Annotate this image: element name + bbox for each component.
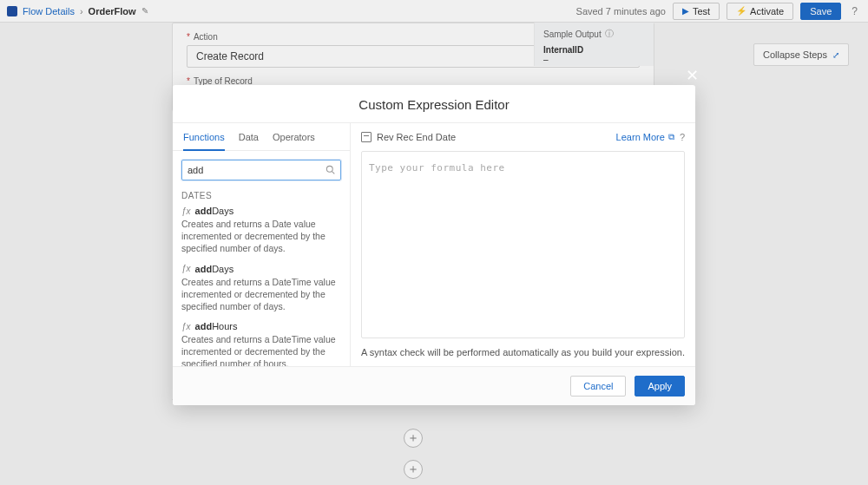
svg-line-1 [332, 171, 335, 174]
function-list: DATES ƒxaddDays Creates and returns a Da… [173, 189, 350, 366]
fx-icon: ƒx [181, 206, 191, 216]
function-item[interactable]: ƒxaddDays Creates and returns a DateTime… [181, 264, 341, 313]
modal-tabs: Functions Data Operators [173, 123, 350, 151]
formula-editor[interactable]: Type your formula here [361, 151, 685, 338]
modal-left-pane: Functions Data Operators DATES ƒxaddDays… [173, 123, 351, 366]
target-field: Rev Rec End Date [361, 132, 456, 142]
modal-title: Custom Expression Editor [173, 85, 695, 123]
external-link-icon: ⧉ [668, 132, 674, 142]
calendar-icon [361, 132, 372, 142]
function-desc: Creates and returns a DateTime value inc… [181, 276, 341, 313]
cancel-button[interactable]: Cancel [570, 376, 626, 397]
modal-footer: Cancel Apply [173, 366, 695, 405]
function-item[interactable]: ƒxaddDays Creates and returns a Date val… [181, 206, 341, 255]
close-icon[interactable]: ✕ [686, 66, 699, 85]
search-icon [326, 165, 335, 176]
function-desc: Creates and returns a DateTime value inc… [181, 333, 341, 366]
search-input[interactable] [187, 165, 326, 175]
apply-button[interactable]: Apply [635, 376, 685, 397]
fx-icon: ƒx [181, 322, 191, 331]
learn-more-link[interactable]: Learn More ⧉ [616, 132, 674, 142]
tab-operators[interactable]: Operators [273, 132, 315, 150]
syntax-note: A syntax check will be performed automat… [351, 338, 695, 366]
function-search[interactable] [181, 160, 341, 180]
svg-point-0 [326, 166, 332, 172]
function-desc: Creates and returns a Date value increme… [181, 218, 341, 255]
modal-right-pane: Rev Rec End Date Learn More ⧉ ? Type you… [351, 123, 695, 366]
function-group-dates: DATES [181, 191, 341, 200]
expression-editor-modal: Custom Expression Editor Functions Data … [173, 85, 695, 405]
function-item[interactable]: ƒxaddHours Creates and returns a DateTim… [181, 321, 341, 366]
fx-icon: ƒx [181, 264, 191, 273]
help-icon[interactable]: ? [680, 132, 685, 142]
formula-placeholder: Type your formula here [369, 162, 505, 174]
tab-data[interactable]: Data [239, 132, 259, 150]
tab-functions[interactable]: Functions [183, 132, 225, 151]
